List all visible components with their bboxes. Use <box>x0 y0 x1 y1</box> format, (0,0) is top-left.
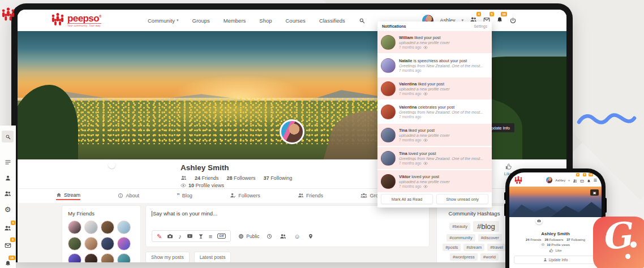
followers-stat[interactable]: 28 Followers <box>227 175 256 181</box>
filter-latest-posts[interactable]: Latest posts <box>194 252 231 262</box>
nav-link-shop[interactable]: Shop <box>259 18 272 24</box>
tab-followers[interactable]: Followers <box>230 192 260 200</box>
tab-blog[interactable]: ”Blog <box>177 192 192 200</box>
schedule-icon[interactable] <box>267 234 272 239</box>
nav-link-members[interactable]: Members <box>224 18 246 24</box>
rail-friend-requests-button[interactable]: 4 <box>2 223 14 235</box>
poll-list-icon[interactable]: ≡ <box>209 234 212 239</box>
following-stat[interactable]: 37 Following <box>264 175 293 181</box>
friends-stat[interactable]: 24 Friends <box>195 175 219 181</box>
hashtag[interactable]: #posts <box>443 244 461 251</box>
rail-profile-button[interactable] <box>2 172 14 184</box>
notification-item[interactable]: Valentina celebrates your postGreetings … <box>377 101 492 123</box>
audio-icon[interactable]: ♪ <box>178 234 182 239</box>
write-post-icon[interactable]: ✎ <box>157 234 162 239</box>
hashtag[interactable]: #stream <box>463 244 484 251</box>
logout-icon[interactable] <box>509 17 517 24</box>
friend-avatar[interactable] <box>68 253 81 262</box>
peepso-logo-icon[interactable] <box>514 176 523 184</box>
friend-avatar[interactable] <box>101 253 114 262</box>
post-composer[interactable]: Say what is on your mind... ✎ ♪ ≡ GIF <box>145 205 430 247</box>
friend-avatar[interactable] <box>84 237 98 250</box>
notification-item[interactable]: Tina loved your postGreetings from New Z… <box>377 147 492 169</box>
tab-about[interactable]: About <box>118 193 139 200</box>
eye-icon <box>423 184 428 189</box>
home-icon <box>56 192 62 198</box>
friend-avatar[interactable] <box>117 237 131 250</box>
hashtag[interactable]: #travel <box>487 244 506 251</box>
peepso-rail-logo-icon[interactable] <box>1 7 16 21</box>
avatar[interactable] <box>546 177 552 183</box>
messages-button[interactable]: 5 <box>580 175 584 185</box>
peepso-logo[interactable]: peepso® Your community. Your way. <box>50 12 101 27</box>
privacy-selector[interactable]: Public <box>238 234 259 239</box>
notifications-button[interactable]: 16 <box>587 175 591 185</box>
tab-friends[interactable]: Friends <box>298 192 323 200</box>
rail-notifications-button[interactable]: 16 <box>2 258 14 268</box>
profile-name: Ashley Smith <box>181 163 229 172</box>
notification-item[interactable]: Natalie is speechless about your postGre… <box>377 54 492 76</box>
rail-stream-button[interactable] <box>2 156 14 168</box>
friend-avatar[interactable] <box>117 221 131 234</box>
hashtag[interactable]: #wordpress <box>450 253 478 261</box>
show-unread-only-button[interactable]: Show unread only <box>436 194 488 204</box>
hashtag[interactable]: #world <box>480 253 499 261</box>
composer-placeholder[interactable]: Say what is on your mind... <box>152 210 423 217</box>
update-info-button[interactable]: Update Info <box>514 256 597 264</box>
hamburger-menu-icon[interactable]: ☰ <box>594 178 597 183</box>
notification-item[interactable]: Valentina liked your postuploaded a new … <box>377 77 492 100</box>
nav-link-community[interactable]: Community▾ <box>148 18 179 24</box>
rail-messages-button[interactable]: 5 <box>2 240 14 252</box>
hashtag[interactable]: #blog <box>473 221 499 232</box>
notifications-settings-link[interactable]: Settings <box>474 24 488 28</box>
gif-icon[interactable]: GIF <box>217 234 226 239</box>
mark-all-read-button[interactable]: Mark All as Read <box>381 194 433 204</box>
rail-members-button[interactable] <box>2 188 14 200</box>
nav-link-groups[interactable]: Groups <box>192 18 210 24</box>
hashtag[interactable]: #community <box>446 234 475 241</box>
avatar <box>381 174 396 189</box>
tab-stream[interactable]: Stream <box>56 192 80 200</box>
friend-avatar[interactable] <box>101 237 114 250</box>
profile-avatar[interactable] <box>280 119 304 144</box>
quote-icon: ” <box>177 192 180 199</box>
photo-upload-icon[interactable] <box>167 233 173 239</box>
change-avatar-button[interactable] <box>535 217 543 224</box>
avatar <box>381 58 396 73</box>
my-friends-widget: My Friends <box>62 205 141 262</box>
friend-avatar[interactable] <box>68 237 81 250</box>
like-button[interactable]: Like <box>509 248 602 253</box>
location-icon[interactable] <box>308 234 314 239</box>
notification-item[interactable]: William liked your postuploaded a new pr… <box>377 31 492 53</box>
avatar <box>381 105 396 119</box>
rail-search-button[interactable] <box>2 131 14 142</box>
friend-requests-button[interactable]: 4 <box>573 175 577 185</box>
hashtag[interactable]: #beauty <box>449 223 470 230</box>
bell-icon <box>496 16 503 23</box>
friend-avatar[interactable] <box>101 221 114 234</box>
tag-friends-icon[interactable] <box>280 233 286 240</box>
search-icon[interactable] <box>359 18 365 24</box>
notifications-button[interactable]: 16 <box>496 15 503 25</box>
rail-settings-button[interactable]: ⚙ <box>2 204 14 215</box>
mood-icon[interactable] <box>198 234 204 239</box>
change-avatar-button[interactable] <box>108 161 115 168</box>
friend-avatar[interactable] <box>68 221 81 234</box>
notification-item[interactable]: Tina liked your postuploaded a new profi… <box>377 124 492 146</box>
peepso-logo-icon <box>50 12 65 26</box>
nav-link-classifieds[interactable]: Classifieds <box>319 18 345 24</box>
cover-photo-icon[interactable]: ▣ <box>590 189 599 196</box>
notification-item[interactable]: Viktor loved your postuploaded a new pro… <box>377 170 492 192</box>
filter-show-my-posts[interactable]: Show my posts <box>145 252 190 262</box>
friend-avatar[interactable] <box>84 253 98 262</box>
friend-avatar[interactable] <box>117 253 131 262</box>
user-menu[interactable]: Ashley <box>555 179 565 182</box>
composer-toolbar: ✎ ♪ ≡ GIF Public <box>152 230 314 242</box>
hashtag[interactable]: #discover <box>478 234 502 241</box>
video-icon[interactable] <box>187 233 193 239</box>
nav-link-courses[interactable]: Courses <box>286 18 306 24</box>
person-icon <box>543 258 547 262</box>
profile-stats: 24 Friends 28 Followers 37 Following <box>509 238 602 241</box>
friend-avatar[interactable] <box>84 221 98 234</box>
emoji-icon[interactable]: ☺ <box>294 234 300 239</box>
